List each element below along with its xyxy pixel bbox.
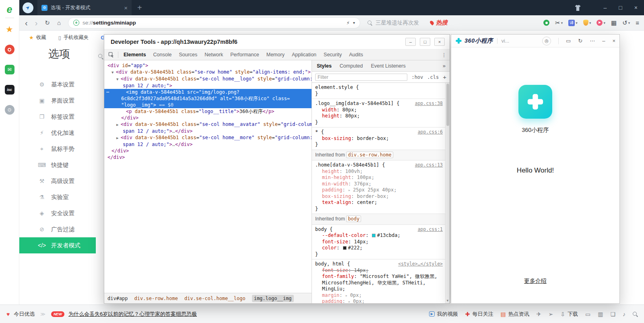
miniapp-more-icon[interactable]: ⋯ <box>590 38 595 44</box>
css-property[interactable]: height: 100vh; <box>315 169 443 175</box>
elements-tree-line[interactable]: span 12 / auto;"> <box>104 82 312 89</box>
elements-tree-line[interactable]: <div id="app"> <box>104 62 312 69</box>
mail-icon[interactable]: ✉ <box>5 65 14 74</box>
css-property[interactable]: box-sizing: border-box; <box>315 136 443 142</box>
css-property[interactable]: min-width: 376px; <box>315 181 443 187</box>
devtools-tab-memory[interactable]: Memory <box>263 49 288 60</box>
styles-overflow-icon[interactable]: » <box>439 60 450 71</box>
css-source-link[interactable]: app.css:38 <box>415 101 443 107</box>
clipboard-icon[interactable]: ❏ <box>610 311 615 317</box>
translate-icon[interactable]: 译▾ <box>568 20 578 26</box>
forward-icon[interactable]: › <box>35 19 38 27</box>
settings-search-icon[interactable] <box>98 54 103 60</box>
elements-tree-line[interactable]: span 12 / auto;">…</div> <box>104 141 312 148</box>
devtools-maximize-button[interactable]: □ <box>420 38 430 46</box>
address-bar[interactable]: + se://settings/miniapp ⚡ ▾ <box>68 17 360 29</box>
miniapp-minimize-button[interactable]: – <box>602 38 605 44</box>
hot-news-item[interactable]: ▤热点资讯 <box>501 311 529 318</box>
paper-plane-icon[interactable]: ✈ <box>537 311 541 317</box>
css-property[interactable]: font-family: "Microsoft YaHei", 微软雅黑, Mi… <box>315 274 443 292</box>
elements-tree-line[interactable]: ▶ <div data-v-584e45b1 class="se-col hom… <box>104 134 312 141</box>
css-property[interactable]: box-sizing: border-box; <box>315 193 443 200</box>
bookmark-item[interactable]: ▯手机收藏夹 <box>58 34 89 41</box>
isc-icon[interactable]: isc <box>5 85 14 95</box>
css-source-link[interactable]: app.css:6 <box>418 129 443 136</box>
back-icon[interactable]: ‹ <box>25 19 28 27</box>
class-toggle-button[interactable]: .cls <box>427 74 439 80</box>
inspect-element-icon[interactable] <box>104 49 118 60</box>
styles-tab-styles[interactable]: Styles <box>313 60 336 71</box>
elements-tree-line[interactable]: </div> <box>104 154 312 160</box>
game-icon[interactable]: ▾ <box>597 20 605 26</box>
css-property[interactable]: height: 80px; <box>315 113 443 119</box>
download-item[interactable]: ⇩下载 <box>560 311 578 318</box>
monitor-icon[interactable]: ▭ <box>566 38 571 44</box>
archive-icon[interactable]: ▥ <box>598 311 603 317</box>
breadcrumb-item[interactable]: img.logo__img <box>252 295 294 302</box>
settings-menu-item[interactable]: ⚙基本设置 <box>19 76 96 93</box>
search-icon[interactable] <box>633 312 638 317</box>
styles-scrollbar[interactable]: ▼ <box>445 83 450 303</box>
extension-green-icon[interactable] <box>543 20 549 26</box>
daily-follow-item[interactable]: ✚每日关注 <box>465 311 493 318</box>
settings-menu-item[interactable]: ❐标签设置 <box>19 109 96 125</box>
plugin-icon[interactable]: ⊙ <box>5 105 14 115</box>
element-menu-icon[interactable]: ⋯ <box>106 89 109 95</box>
devtools-tab-console[interactable]: Console <box>150 49 175 60</box>
news-headline-link[interactable]: 为什么会丢失6岁以前的记忆？心理学家的答案细思恐极 <box>68 311 197 318</box>
breadcrumb-item[interactable]: div#app <box>107 296 128 301</box>
theme-skin-icon[interactable] <box>574 4 581 11</box>
hot-search-badge[interactable]: 热搜 <box>430 19 448 27</box>
devtools-minimize-button[interactable]: – <box>405 38 416 46</box>
bookmark-item[interactable]: ★收藏 <box>29 34 46 41</box>
settings-menu-item[interactable]: </>开发者模式 <box>19 237 96 253</box>
css-source-link[interactable]: <style>…</style> <box>398 261 443 267</box>
browser-tab[interactable]: ⚙ 选项 - 开发者模式 × <box>37 0 132 15</box>
inherited-target-link[interactable]: body <box>346 216 361 222</box>
settings-menu-item[interactable]: ▣界面设置 <box>19 93 96 109</box>
elements-tree-line[interactable]: span 12 / auto;">…</div> <box>104 128 312 134</box>
devtools-tab-performance[interactable]: Performance <box>227 49 263 60</box>
settings-menu-item[interactable]: ⊘广告过滤 <box>19 221 96 237</box>
refresh-icon[interactable]: ↻ <box>45 20 50 26</box>
site-safety-icon[interactable]: + <box>73 20 79 26</box>
search-box[interactable]: 三星堆遗址再次发 <box>367 19 419 27</box>
tab-close-icon[interactable]: × <box>124 4 128 11</box>
elements-tree-line[interactable]: <p data-v-584e45b1 class="logo__title">3… <box>104 108 312 115</box>
css-property[interactable]: width: 80px; <box>315 107 443 113</box>
paper-plane-icon[interactable]: ➤ <box>23 2 33 13</box>
more-intro-link[interactable]: 更多介绍 <box>451 278 619 285</box>
devtools-tab-elements[interactable]: Elements <box>120 49 150 60</box>
css-source-link[interactable]: app.css:13 <box>415 162 443 169</box>
css-property[interactable]: margin: ▸ 0px; <box>315 292 443 299</box>
menu-icon[interactable]: ≡ <box>636 19 639 26</box>
my-videos-item[interactable]: ▶我的视频 <box>429 311 458 318</box>
printer-icon[interactable]: ▭ <box>585 311 590 317</box>
css-property[interactable]: color: #222; <box>315 245 443 251</box>
home-icon[interactable]: ⌂ <box>57 20 61 26</box>
inherited-target-link[interactable]: div.se-row.home <box>346 152 393 158</box>
devtools-tab-audits[interactable]: Audits <box>345 49 367 60</box>
scrollbar-thumb[interactable] <box>446 84 449 126</box>
weibo-icon[interactable] <box>5 45 14 54</box>
devtools-titlebar[interactable]: Developer Tools - app://qh13waury22p7m8b… <box>104 35 450 49</box>
address-dropdown-icon[interactable]: ▾ <box>353 21 355 25</box>
devtools-close-button[interactable]: × <box>434 38 445 46</box>
pseudo-state-button[interactable]: :hov <box>411 74 423 80</box>
elements-tree-line[interactable]: ⋯<img data-v-584e45b1 src="img/logo.png? <box>104 89 312 95</box>
css-property[interactable]: padding: ▸ 25px 25px 40px; <box>315 187 443 193</box>
new-style-rule-button[interactable]: + <box>443 74 446 80</box>
css-property[interactable]: text-align: center; <box>315 200 443 206</box>
styles-tab-event-listeners[interactable]: Event Listeners <box>367 60 410 71</box>
daily-picks-label[interactable]: 今日优选 <box>14 311 35 318</box>
css-property[interactable]: font-size: 14px; <box>315 239 443 245</box>
settings-menu-item[interactable]: ⌖鼠标手势 <box>19 141 96 157</box>
elements-tree-line[interactable]: </div> <box>104 115 312 121</box>
settings-menu-item[interactable]: ⌨快捷键 <box>19 157 96 173</box>
settings-menu-item[interactable]: ⚒高级设置 <box>19 173 96 189</box>
devtools-tab-network[interactable]: Network <box>201 49 227 60</box>
elements-tree-line[interactable]: ▼ <div data-v-584e45b1 class="se-col hom… <box>104 76 312 82</box>
devtools-more-icon[interactable]: ⋮ <box>438 49 450 60</box>
breadcrumb-item[interactable]: div.se-row.home <box>134 296 178 301</box>
speaker-icon[interactable]: ♪ <box>623 311 625 317</box>
